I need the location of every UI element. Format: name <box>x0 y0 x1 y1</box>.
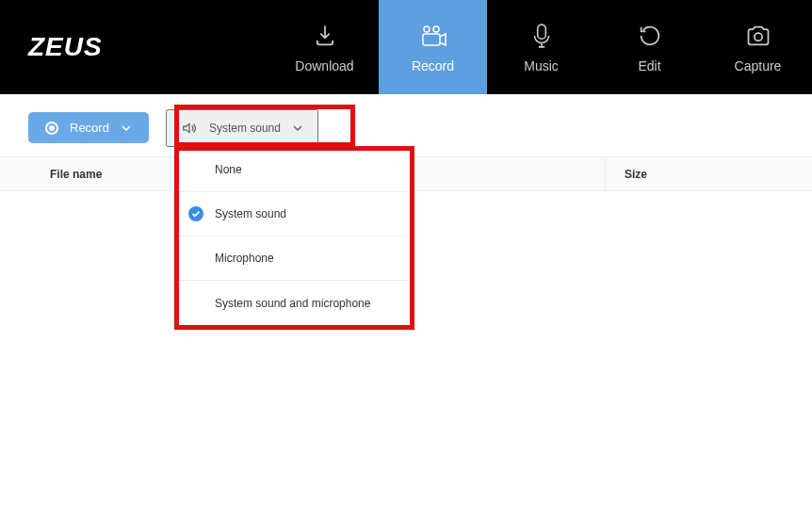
nav-tabs: Download Record Music <box>170 0 812 94</box>
download-icon <box>312 21 338 51</box>
dropdown-item-system-and-mic[interactable]: System sound and microphone <box>179 281 410 325</box>
tab-capture[interactable]: Capture <box>704 0 812 94</box>
tab-music[interactable]: Music <box>487 0 595 94</box>
check-icon <box>188 206 203 221</box>
svg-point-0 <box>424 26 430 32</box>
chevron-down-icon <box>121 122 132 134</box>
edit-icon <box>637 21 663 51</box>
dropdown-item-label: System sound and microphone <box>215 297 370 310</box>
tab-label: Download <box>295 58 353 73</box>
record-icon <box>419 21 447 51</box>
speaker-icon <box>181 120 198 137</box>
tab-download[interactable]: Download <box>270 0 379 94</box>
sound-dropdown-menu: None System sound Microphone System soun… <box>179 148 410 325</box>
tab-edit[interactable]: Edit <box>595 0 704 94</box>
app-logo: ZEUS <box>28 32 103 62</box>
sound-selector-wrap: System sound <box>166 109 318 147</box>
svg-point-4 <box>754 33 761 41</box>
logo-area: ZEUS <box>0 0 170 94</box>
check-area <box>188 206 215 221</box>
tab-label: Record <box>412 58 454 73</box>
dropdown-item-label: None <box>215 163 242 176</box>
capture-icon <box>745 21 771 51</box>
dropdown-item-system-sound[interactable]: System sound <box>179 192 410 236</box>
record-dot-icon <box>45 122 58 135</box>
tab-label: Edit <box>638 58 660 73</box>
sound-selector[interactable]: System sound <box>166 109 318 147</box>
toolbar: Record System sound <box>0 94 812 147</box>
tab-label: Capture <box>735 58 782 73</box>
tab-label: Music <box>524 58 559 73</box>
svg-point-1 <box>433 26 439 32</box>
chevron-down-icon <box>292 122 303 134</box>
app-header: ZEUS Download Record <box>0 0 812 94</box>
dropdown-item-label: System sound <box>215 207 286 220</box>
tab-record[interactable]: Record <box>379 0 487 94</box>
svg-rect-2 <box>423 34 440 45</box>
dropdown-item-none[interactable]: None <box>179 148 410 192</box>
record-button[interactable]: Record <box>28 112 149 143</box>
sound-selector-label: System sound <box>209 122 281 135</box>
music-icon <box>530 21 553 51</box>
dropdown-item-microphone[interactable]: Microphone <box>179 236 410 281</box>
record-button-label: Record <box>70 121 109 135</box>
column-size[interactable]: Size <box>605 157 812 190</box>
dropdown-item-label: Microphone <box>215 252 274 265</box>
svg-rect-3 <box>537 24 545 39</box>
